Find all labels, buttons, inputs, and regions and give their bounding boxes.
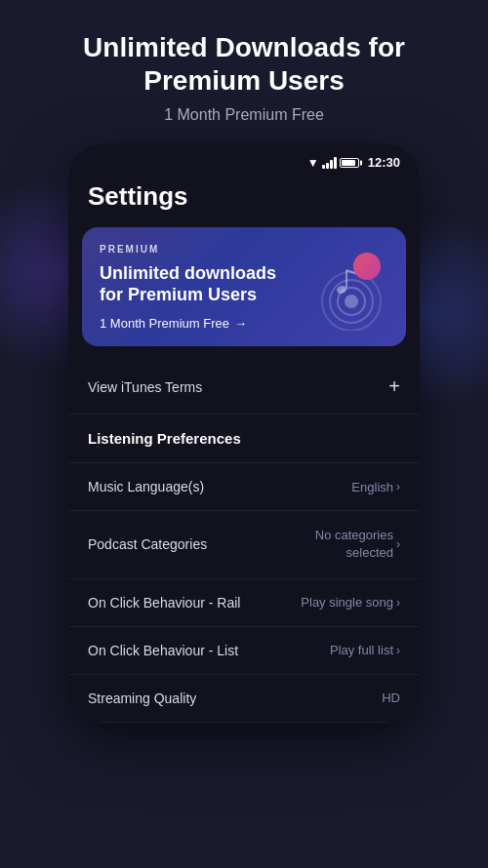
- premium-card-title: Unlimited downloadsfor Premium Users: [100, 262, 303, 306]
- plus-icon: +: [388, 375, 400, 398]
- settings-item-streaming-quality[interactable]: Streaming Quality HD: [68, 675, 420, 723]
- status-icons: ▼: [307, 156, 359, 170]
- settings-item-music-language[interactable]: Music Language(s) English ›: [68, 463, 420, 511]
- music-language-label: Music Language(s): [88, 479, 204, 494]
- onclick-list-label: On Click Behaviour - List: [88, 643, 238, 658]
- top-promo: Unlimited Downloads forPremium Users 1 M…: [0, 0, 488, 143]
- premium-label: PREMIUM: [100, 244, 303, 255]
- settings-item-podcast-categories[interactable]: Podcast Categories No categoriesselected…: [68, 511, 420, 578]
- premium-card-link[interactable]: 1 Month Premium Free →: [100, 316, 303, 331]
- onclick-list-value: Play full list ›: [330, 643, 400, 657]
- premium-card-content: PREMIUM Unlimited downloadsfor Premium U…: [100, 244, 303, 331]
- promo-title: Unlimited Downloads forPremium Users: [39, 31, 449, 97]
- onclick-rail-chevron-icon: ›: [396, 596, 400, 610]
- podcast-categories-chevron-icon: ›: [396, 536, 400, 553]
- signal-bars-icon: [322, 157, 337, 169]
- status-time: 12:30: [368, 155, 400, 170]
- status-bar: ▼ 12:30: [68, 143, 420, 174]
- phone-mockup: ▼ 12:30 Settings PREMIUM Unlimited downl…: [68, 143, 420, 722]
- premium-graphic: [303, 243, 390, 331]
- premium-card-arrow-icon: →: [234, 316, 247, 331]
- streaming-quality-label: Streaming Quality: [88, 690, 196, 706]
- music-dot-decoration: [353, 253, 381, 280]
- music-language-chevron-icon: ›: [396, 480, 400, 493]
- promo-subtitle: 1 Month Premium Free: [39, 106, 449, 124]
- onclick-rail-label: On Click Behaviour - Rail: [88, 595, 240, 611]
- settings-item-onclick-rail[interactable]: On Click Behaviour - Rail Play single so…: [68, 579, 420, 627]
- settings-item-itunes-terms[interactable]: View iTunes Terms +: [68, 360, 420, 414]
- music-language-value: English ›: [351, 480, 400, 494]
- premium-card-link-text: 1 Month Premium Free: [100, 316, 229, 331]
- settings-header: Settings: [68, 174, 420, 227]
- settings-list: View iTunes Terms + Listening Preference…: [68, 360, 420, 722]
- settings-item-onclick-list[interactable]: On Click Behaviour - List Play full list…: [68, 627, 420, 675]
- settings-section-listening-preferences: Listening Preferences: [68, 414, 420, 463]
- podcast-categories-value: No categoriesselected ›: [315, 527, 400, 562]
- settings-page-title: Settings: [88, 181, 400, 212]
- listening-preferences-label: Listening Preferences: [88, 430, 241, 447]
- svg-point-3: [345, 295, 358, 308]
- premium-card[interactable]: PREMIUM Unlimited downloadsfor Premium U…: [82, 227, 406, 346]
- onclick-rail-value: Play single song ›: [301, 595, 400, 610]
- onclick-list-chevron-icon: ›: [396, 644, 400, 657]
- itunes-terms-label: View iTunes Terms: [88, 379, 202, 395]
- podcast-categories-label: Podcast Categories: [88, 536, 207, 552]
- streaming-quality-value: HD: [382, 690, 400, 705]
- battery-icon: [340, 158, 359, 168]
- wifi-icon: ▼: [307, 156, 319, 170]
